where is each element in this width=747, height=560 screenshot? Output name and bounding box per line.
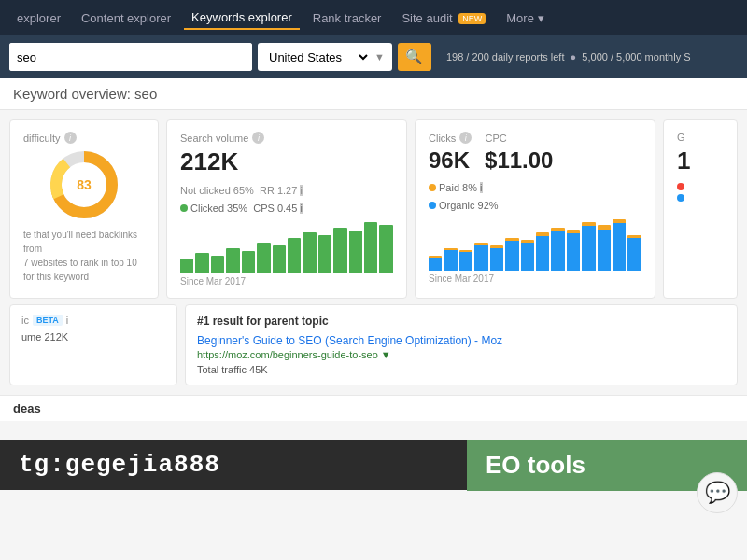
fourth-value: 1 — [677, 147, 724, 175]
donut-chart: 83 — [47, 147, 121, 222]
result-url: https://moz.com/beginners-guide-to-seo ▼ — [197, 349, 726, 360]
new-badge: NEW — [458, 13, 486, 24]
result-traffic: Total traffic 45K — [197, 364, 726, 375]
overlay-banner: tg:gegejia888 — [0, 440, 467, 490]
bar — [444, 248, 457, 272]
search-input-wrap — [9, 43, 252, 71]
country-dropdown[interactable]: United States United Kingdom Canada Aust… — [265, 49, 371, 65]
bar — [257, 243, 270, 273]
beta-badge: BETA — [33, 315, 63, 326]
bottom-card-result: #1 result for parent topic Beginner's Gu… — [185, 304, 738, 385]
search-icon: 🔍 — [405, 49, 423, 65]
bar — [180, 259, 193, 274]
search-volume-since: Since Mar 2017 — [180, 276, 393, 287]
clicks-since: Since Mar 2017 — [429, 273, 641, 284]
clicked-dot — [180, 204, 188, 212]
bar — [211, 256, 224, 273]
difficulty-info-icon[interactable]: i — [64, 132, 77, 144]
card-fourth: G 1 — [663, 119, 738, 299]
cps-info-icon[interactable]: i — [300, 203, 302, 214]
clicks-info-icon[interactable]: i — [459, 132, 472, 144]
top-navigation: explorer Content explorer Keywords explo… — [0, 0, 747, 35]
card-difficulty: difficulty i 83 te that you'll need back… — [9, 119, 159, 299]
rr-info-icon[interactable]: i — [300, 185, 302, 196]
cards-row: difficulty i 83 te that you'll need back… — [0, 110, 747, 304]
bar — [379, 225, 392, 273]
search-input[interactable] — [9, 43, 252, 71]
bar — [226, 248, 239, 274]
bar — [459, 250, 472, 271]
bar — [333, 228, 346, 274]
bar — [567, 230, 580, 271]
card-clicks-cpc: Clicks i CPC 96K $11.00 Paid 8% i Organi… — [415, 119, 655, 299]
country-select-wrap[interactable]: United States United Kingdom Canada Aust… — [258, 43, 392, 71]
fourth-title: G — [677, 132, 724, 143]
chat-icon-button[interactable]: 💬 — [697, 472, 738, 513]
nav-item-rank-tracker[interactable]: Rank tracker — [305, 7, 389, 29]
result-link[interactable]: Beginner's Guide to SEO (Search Engine O… — [197, 334, 502, 347]
paid-info-icon[interactable]: i — [480, 182, 482, 193]
organic-dot — [429, 202, 436, 209]
bar — [349, 231, 362, 274]
search-volume-meta: Not clicked 65% RR 1.27 i Clicked 35% CP… — [180, 182, 393, 217]
bar — [490, 245, 503, 272]
bar — [273, 245, 286, 273]
search-volume-info-icon[interactable]: i — [252, 132, 264, 144]
clicks-meta: Paid 8% i Organic 92% — [429, 179, 641, 214]
search-volume-value: 212K — [180, 147, 393, 176]
bar — [536, 232, 549, 271]
bar — [598, 225, 611, 272]
bar — [303, 232, 316, 273]
bar — [318, 235, 331, 273]
bar — [429, 256, 442, 272]
bar — [242, 251, 255, 274]
clicks-cpc-title: Clicks i CPC — [429, 132, 641, 144]
bar — [627, 235, 641, 272]
bar — [521, 240, 534, 271]
bar — [613, 219, 626, 271]
bar — [474, 243, 487, 271]
search-volume-title: Search volume i — [180, 132, 393, 144]
flag-icon-spain — [677, 183, 684, 190]
search-button[interactable]: 🔍 — [398, 43, 431, 71]
difficulty-note: te that you'll need backlinks from7 webs… — [23, 228, 145, 284]
result-header: #1 result for parent topic — [197, 315, 726, 328]
nav-item-site-audit[interactable]: Site audit NEW — [394, 7, 493, 29]
topic-info-icon[interactable]: i — [66, 315, 68, 326]
clicks-value: 96K — [429, 147, 470, 174]
keyword-overview-title-row: Keyword overview: seo — [0, 78, 747, 110]
search-volume-bar-chart — [180, 222, 393, 273]
bar — [364, 222, 377, 273]
card-difficulty-title: difficulty i — [23, 132, 145, 144]
chat-icon: 💬 — [705, 481, 730, 505]
donut-label: 83 — [77, 177, 92, 192]
nav-item-more[interactable]: More ▾ — [499, 7, 551, 29]
bar — [288, 238, 301, 274]
topic-title: ic BETA i — [21, 315, 165, 326]
bar — [505, 238, 518, 272]
flag-icon-other — [677, 194, 684, 202]
keyword-ideas-row: deas — [0, 395, 747, 421]
topic-volume: ume 212K — [21, 331, 165, 343]
nav-item-keywords-explorer[interactable]: Keywords explorer — [184, 7, 300, 30]
quota-info: 198 / 200 daily reports left ● 5,000 / 5… — [446, 51, 691, 63]
paid-dot — [429, 184, 436, 191]
search-bar-row: United States United Kingdom Canada Aust… — [0, 35, 747, 78]
page-title: Keyword overview: seo — [13, 86, 734, 102]
clicks-cpc-value-pair: 96K $11.00 — [429, 147, 641, 179]
clicks-bar-chart — [429, 219, 641, 271]
bar — [195, 253, 208, 273]
bar — [551, 228, 564, 272]
bottom-section: ic BETA i ume 212K #1 result for parent … — [0, 304, 747, 395]
nav-item-explorer[interactable]: explorer — [9, 7, 68, 29]
bottom-card-topic: ic BETA i ume 212K — [9, 304, 177, 385]
bar — [582, 222, 595, 271]
card-search-volume: Search volume i 212K Not clicked 65% RR … — [166, 119, 407, 299]
cpc-value: $11.00 — [485, 147, 553, 174]
nav-item-content-explorer[interactable]: Content explorer — [74, 7, 178, 29]
